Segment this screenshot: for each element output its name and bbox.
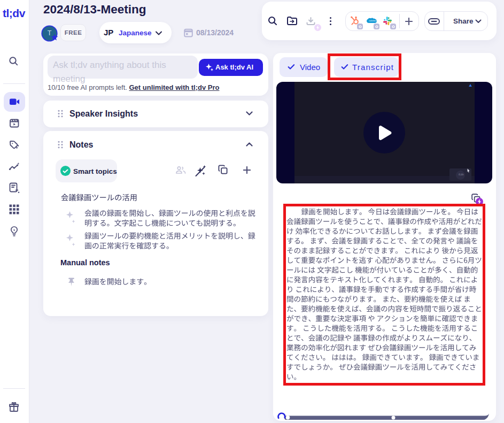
svg-text:salesforce: salesforce [369, 20, 377, 22]
